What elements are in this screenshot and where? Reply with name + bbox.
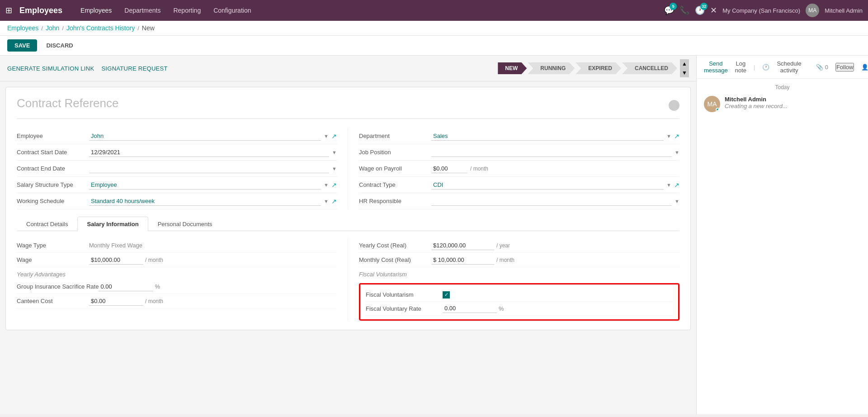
status-circle xyxy=(669,100,679,111)
input-contract-start-date[interactable] xyxy=(89,148,329,157)
send-message-button[interactable]: Send message xyxy=(704,60,728,74)
input-group-insurance[interactable] xyxy=(99,282,153,291)
schedule-activity-icon: 🕐 xyxy=(762,64,769,71)
hr-responsible-dropdown-icon[interactable]: ▼ xyxy=(675,199,679,204)
start-date-dropdown-icon[interactable]: ▼ xyxy=(332,150,337,155)
main-nav: Employees Departments Reporting Configur… xyxy=(75,5,660,16)
canteen-cost-unit: / month xyxy=(145,298,163,304)
input-canteen-cost[interactable] xyxy=(89,297,143,306)
breadcrumb-john[interactable]: John xyxy=(46,24,59,32)
input-yearly-cost[interactable] xyxy=(431,241,495,250)
phone-icon[interactable]: 📞 xyxy=(679,5,689,15)
nav-configuration[interactable]: Configuration xyxy=(208,5,256,16)
app-grid-icon[interactable]: ⊞ xyxy=(5,5,12,15)
breadcrumb: Employees / John / John's Contracts Hist… xyxy=(0,21,868,36)
pipeline-scroll: ▲ ▼ xyxy=(680,59,689,77)
contract-form-card: Employee ▼ ↗ Contract Start Date ▼ xyxy=(5,87,691,330)
nav-reporting[interactable]: Reporting xyxy=(168,5,206,16)
status-pipeline: NEW RUNNING EXPIRED CANCELLED ▲ ▼ xyxy=(498,59,689,77)
contract-type-dropdown-icon[interactable]: ▼ xyxy=(666,182,671,188)
tabs-bar: Contract Details Salary Information Pers… xyxy=(17,217,679,231)
status-cancelled[interactable]: CANCELLED xyxy=(622,62,677,74)
input-wage-on-payroll[interactable] xyxy=(431,164,467,173)
field-fiscal-voluntary-rate: Fiscal Voluntary Rate % xyxy=(366,302,673,316)
input-department[interactable] xyxy=(431,132,664,141)
field-working-schedule: Working Schedule ▼ ↗ xyxy=(17,193,337,209)
field-wage: Wage / month xyxy=(17,253,337,267)
label-job-position: Job Position xyxy=(359,149,431,156)
tab-salary-information[interactable]: Salary Information xyxy=(77,217,148,231)
working-schedule-external-link[interactable]: ↗ xyxy=(331,198,337,205)
input-job-position[interactable] xyxy=(431,148,672,157)
signature-request-link[interactable]: SIGNATURE REQUEST xyxy=(101,65,167,72)
working-schedule-dropdown-icon[interactable]: ▼ xyxy=(324,199,329,204)
nav-employees[interactable]: Employees xyxy=(75,5,117,16)
generate-simulation-link[interactable]: GENERATE SIMULATION LINK xyxy=(7,65,94,72)
status-expired[interactable]: EXPIRED xyxy=(576,62,621,74)
label-contract-end-date: Contract End Date xyxy=(17,165,89,172)
status-new[interactable]: NEW xyxy=(498,62,527,74)
job-position-dropdown-icon[interactable]: ▼ xyxy=(675,150,679,155)
discard-button[interactable]: DISCARD xyxy=(41,39,78,52)
field-fiscal-voluntarism: Fiscal Voluntarism ✓ xyxy=(366,288,673,302)
paperclip-icon: 📎 xyxy=(816,64,823,71)
employee-dropdown-icon[interactable]: ▼ xyxy=(324,133,329,139)
chatter-panel: Send message Log note | 🕐 Schedule activ… xyxy=(696,56,868,414)
chatter-body: Today MA Mitchell Admin Creating a new r… xyxy=(697,79,868,414)
status-running[interactable]: RUNNING xyxy=(528,62,575,74)
field-job-position: Job Position ▼ xyxy=(359,144,679,161)
nav-departments[interactable]: Departments xyxy=(119,5,166,16)
label-wage-type: Wage Type xyxy=(17,242,89,249)
close-icon[interactable]: ✕ xyxy=(710,5,717,15)
breadcrumb-employees[interactable]: Employees xyxy=(7,24,38,32)
field-group-insurance: Group Insurance Sacrifice Rate % xyxy=(17,280,337,294)
department-dropdown-icon[interactable]: ▼ xyxy=(666,133,671,139)
schedule-activity-button[interactable]: Schedule activity xyxy=(777,60,801,74)
input-employee[interactable] xyxy=(89,132,321,141)
label-working-schedule: Working Schedule xyxy=(17,198,89,204)
save-button[interactable]: SAVE xyxy=(7,39,37,52)
end-date-dropdown-icon[interactable]: ▼ xyxy=(332,166,337,171)
label-monthly-cost: Monthly Cost (Real) xyxy=(359,256,431,263)
right-fields: Department ▼ ↗ Job Position ▼ xyxy=(348,128,679,209)
input-hr-responsible[interactable] xyxy=(431,197,672,206)
input-monthly-cost[interactable] xyxy=(431,256,495,265)
input-salary-structure-type[interactable] xyxy=(89,180,321,190)
fiscal-voluntary-rate-percent: % xyxy=(499,305,504,312)
user-name: Mitchell Admin xyxy=(825,7,863,14)
checkbox-fiscal-voluntarism[interactable]: ✓ xyxy=(443,291,450,299)
tab-personal-documents[interactable]: Personal Documents xyxy=(148,217,222,231)
pipeline-scroll-down[interactable]: ▼ xyxy=(680,68,689,77)
field-contract-end-date: Contract End Date ▼ xyxy=(17,161,337,177)
log-note-button[interactable]: Log note xyxy=(735,60,746,74)
input-contract-end-date[interactable] xyxy=(89,164,329,173)
clock-icon[interactable]: 🕐 32 xyxy=(695,5,705,15)
input-wage[interactable] xyxy=(89,256,143,265)
form-fields-grid: Employee ▼ ↗ Contract Start Date ▼ xyxy=(17,128,679,209)
today-label: Today xyxy=(704,84,861,90)
breadcrumb-contracts[interactable]: John's Contracts History xyxy=(66,24,135,32)
label-department: Department xyxy=(359,133,431,139)
chat-icon[interactable]: 💬 5 xyxy=(664,5,674,15)
follow-button[interactable]: Follow xyxy=(835,63,854,71)
monthly-cost-unit: / month xyxy=(496,257,514,263)
contract-reference-input[interactable] xyxy=(17,96,663,114)
top-navigation: ⊞ Employees Employees Departments Report… xyxy=(0,0,868,21)
input-contract-type[interactable] xyxy=(431,180,664,190)
chatter-actions-bar: Send message Log note | 🕐 Schedule activ… xyxy=(697,56,868,79)
contract-type-external-link[interactable]: ↗ xyxy=(674,181,679,189)
input-fiscal-voluntary-rate[interactable] xyxy=(443,304,497,313)
label-fiscal-voluntarism: Fiscal Voluntarism xyxy=(366,291,443,298)
employee-external-link[interactable]: ↗ xyxy=(331,133,337,140)
tab-contract-details[interactable]: Contract Details xyxy=(17,217,77,231)
field-monthly-cost: Monthly Cost (Real) / month xyxy=(359,253,679,267)
salary-type-dropdown-icon[interactable]: ▼ xyxy=(324,182,329,188)
salary-type-external-link[interactable]: ↗ xyxy=(331,181,337,189)
input-working-schedule[interactable] xyxy=(89,197,321,206)
user-avatar[interactable]: MA xyxy=(806,4,819,17)
label-group-insurance: Group Insurance Sacrifice Rate xyxy=(17,283,99,290)
department-external-link[interactable]: ↗ xyxy=(674,133,679,140)
field-wage-type: Wage Type Monthly Fixed Wage xyxy=(17,238,337,253)
pipeline-scroll-up[interactable]: ▲ xyxy=(680,59,689,68)
fiscal-voluntarism-title: Fiscal Voluntarism xyxy=(359,267,679,280)
